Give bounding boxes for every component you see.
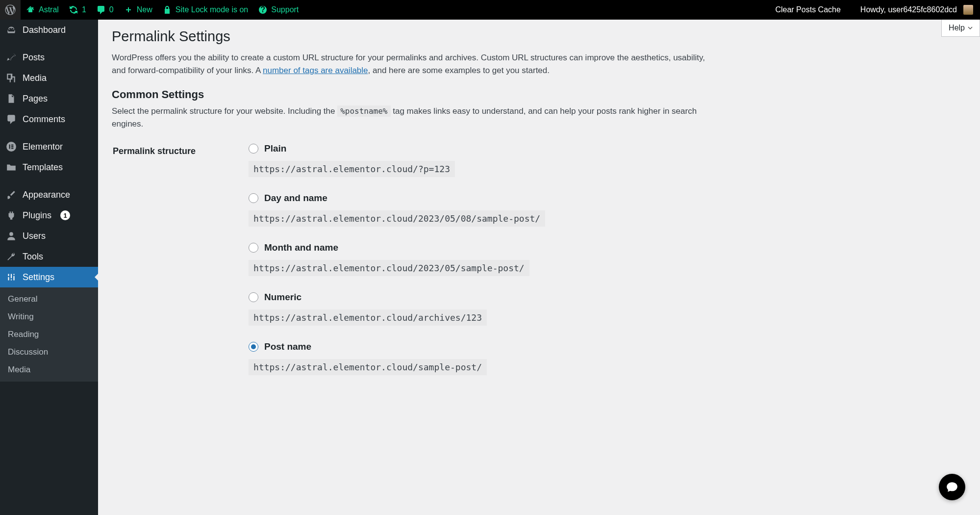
- site-name-text: Astral: [39, 5, 59, 14]
- permalink-option-label: Numeric: [264, 292, 302, 303]
- common-settings-heading: Common Settings: [112, 88, 966, 101]
- permalink-radio[interactable]: [249, 243, 258, 253]
- submenu-media[interactable]: Media: [0, 361, 98, 379]
- sidebar-label: Elementor: [23, 142, 63, 152]
- permalink-radio[interactable]: [249, 193, 258, 203]
- sliders-icon: [6, 272, 17, 283]
- sidebar-label: Templates: [23, 162, 63, 173]
- media-icon: [6, 73, 17, 83]
- help-circle-icon: [258, 5, 268, 15]
- sidebar-item-tools[interactable]: Tools: [0, 246, 98, 267]
- avatar-icon: [963, 5, 973, 15]
- submenu-writing[interactable]: Writing: [0, 308, 98, 326]
- plugins-badge: 1: [60, 210, 70, 220]
- svg-rect-3: [11, 146, 13, 147]
- permalink-radio[interactable]: [249, 144, 258, 154]
- sidebar-label: Settings: [23, 272, 54, 283]
- permalink-radio-label[interactable]: Post name: [249, 341, 311, 352]
- tags-link[interactable]: number of tags are available: [263, 66, 368, 75]
- sidebar-label: Pages: [23, 94, 48, 104]
- submenu-general[interactable]: General: [0, 290, 98, 308]
- permalink-radio-label[interactable]: Day and name: [249, 193, 327, 204]
- permalink-radio[interactable]: [249, 342, 258, 352]
- site-name-link[interactable]: Astral: [21, 0, 64, 20]
- updates-count: 1: [82, 5, 86, 14]
- updates-link[interactable]: 1: [64, 0, 91, 20]
- greeting-text: Howdy, user6425fc8602dcd: [860, 5, 957, 14]
- sidebar-label: Media: [23, 73, 47, 83]
- permalink-example: https://astral.elementor.cloud/2023/05/0…: [249, 210, 545, 227]
- clear-cache-link[interactable]: Clear Posts Cache: [770, 0, 845, 20]
- plug-icon: [6, 210, 17, 221]
- permalink-radio-label[interactable]: Plain: [249, 143, 286, 154]
- permalink-radio-label[interactable]: Month and name: [249, 242, 338, 253]
- svg-rect-4: [11, 148, 13, 149]
- sidebar-item-settings[interactable]: Settings: [0, 267, 98, 287]
- sidebar-item-users[interactable]: Users: [0, 226, 98, 246]
- page-icon: [6, 93, 17, 104]
- permalink-option-1: Day and namehttps://astral.elementor.clo…: [249, 193, 965, 227]
- account-menu[interactable]: Howdy, user6425fc8602dcd: [855, 0, 975, 20]
- permalink-radio[interactable]: [249, 292, 258, 302]
- sidebar-label: Posts: [23, 52, 45, 63]
- submenu-discussion[interactable]: Discussion: [0, 343, 98, 361]
- page-title: Permalink Settings: [112, 20, 966, 52]
- sidebar-item-posts[interactable]: Posts: [0, 47, 98, 68]
- intro-text: WordPress offers you the ability to crea…: [112, 52, 715, 77]
- new-label: New: [137, 5, 152, 14]
- wordpress-icon: [5, 4, 16, 15]
- permalink-option-0: Plainhttps://astral.elementor.cloud/?p=1…: [249, 143, 965, 177]
- pin-icon: [6, 52, 17, 63]
- sidebar-item-pages[interactable]: Pages: [0, 88, 98, 109]
- permalink-option-label: Day and name: [264, 193, 327, 204]
- permalink-example: https://astral.elementor.cloud/?p=123: [249, 161, 455, 177]
- sidebar-item-appearance[interactable]: Appearance: [0, 184, 98, 205]
- sidebar-item-plugins[interactable]: Plugins 1: [0, 205, 98, 226]
- comments-count: 0: [109, 5, 114, 14]
- comment-icon: [96, 5, 106, 15]
- sidebar-item-comments[interactable]: Comments: [0, 109, 98, 129]
- sitelock-link[interactable]: Site Lock mode is on: [157, 0, 253, 20]
- home-icon: [25, 5, 35, 15]
- folder-icon: [6, 162, 17, 173]
- help-tab[interactable]: Help: [941, 20, 980, 37]
- brush-icon: [6, 189, 17, 200]
- permalink-option-label: Post name: [264, 341, 311, 352]
- wp-logo-menu[interactable]: [0, 0, 21, 20]
- structure-label: Permalink structure: [113, 143, 248, 391]
- sidebar-item-elementor[interactable]: Elementor: [0, 136, 98, 157]
- permalink-radio-label[interactable]: Numeric: [249, 292, 302, 303]
- elementor-icon: [6, 141, 17, 152]
- new-content-link[interactable]: New: [119, 0, 157, 20]
- postname-tag-code: %postname%: [337, 105, 390, 117]
- user-icon: [6, 231, 17, 241]
- plus-icon: [124, 5, 133, 15]
- permalink-option-4: Post namehttps://astral.elementor.cloud/…: [249, 341, 965, 375]
- sidebar-label: Dashboard: [23, 25, 66, 35]
- sidebar-item-templates[interactable]: Templates: [0, 157, 98, 178]
- svg-rect-2: [11, 145, 13, 146]
- sidebar-label: Users: [23, 231, 46, 241]
- settings-submenu: General Writing Reading Discussion Media: [0, 287, 98, 382]
- submenu-reading[interactable]: Reading: [0, 326, 98, 343]
- sidebar-label: Appearance: [23, 190, 70, 200]
- permalink-option-label: Month and name: [264, 242, 338, 253]
- support-link[interactable]: Support: [253, 0, 303, 20]
- refresh-icon: [69, 5, 78, 15]
- permalink-option-label: Plain: [264, 143, 286, 154]
- permalink-example: https://astral.elementor.cloud/archives/…: [249, 309, 487, 326]
- lock-icon: [162, 5, 172, 15]
- sidebar-item-dashboard[interactable]: Dashboard: [0, 20, 98, 40]
- permalink-option-3: Numerichttps://astral.elementor.cloud/ar…: [249, 292, 965, 326]
- permalink-option-2: Month and namehttps://astral.elementor.c…: [249, 242, 965, 276]
- svg-rect-1: [9, 145, 10, 149]
- dashboard-icon: [6, 25, 17, 35]
- comments-link[interactable]: 0: [91, 0, 119, 20]
- support-label: Support: [271, 5, 299, 14]
- admin-toolbar: Astral 1 0 New Site Lock mode is on Supp…: [0, 0, 980, 20]
- sidebar-item-media[interactable]: Media: [0, 68, 98, 88]
- sidebar-label: Comments: [23, 114, 65, 125]
- sitelock-label: Site Lock mode is on: [176, 5, 249, 14]
- common-settings-desc: Select the permalink structure for your …: [112, 105, 715, 131]
- comment-icon: [6, 114, 17, 125]
